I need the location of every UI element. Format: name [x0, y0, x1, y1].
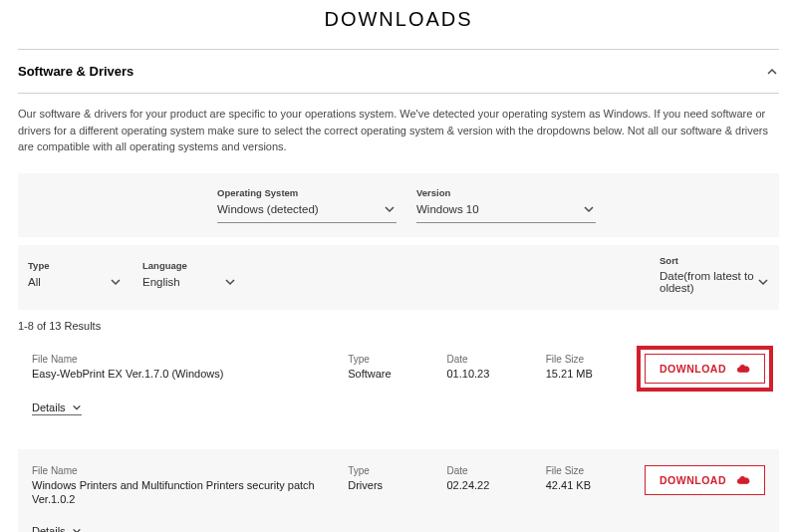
details-toggle[interactable]: Details [32, 401, 82, 415]
chevron-down-icon [757, 275, 769, 289]
os-value: Windows (detected) [217, 203, 319, 215]
details-label: Details [32, 401, 66, 413]
download-button[interactable]: DOWNLOAD [645, 465, 765, 495]
version-label: Version [416, 187, 596, 198]
chevron-up-icon [765, 65, 779, 79]
download-item: File Name Easy-WebPrint EX Ver.1.7.0 (Wi… [18, 338, 779, 431]
os-label: Operating System [217, 187, 397, 198]
type-value: Drivers [348, 478, 426, 493]
header-file-name: File Name [32, 465, 328, 476]
file-name-value: Easy-WebPrint EX Ver.1.7.0 (Windows) [32, 367, 328, 382]
language-select[interactable]: Language English [142, 260, 237, 295]
header-type: Type [348, 354, 426, 365]
file-name-value: Windows Printers and Multifunction Print… [32, 478, 328, 508]
os-version-bar: Operating System Windows (detected) Vers… [18, 173, 779, 237]
language-label: Language [142, 260, 237, 271]
sort-label: Sort [660, 255, 769, 266]
header-file-name: File Name [32, 354, 328, 365]
type-select[interactable]: Type All [28, 260, 123, 295]
download-button-label: DOWNLOAD [660, 474, 726, 486]
download-button-label: DOWNLOAD [660, 363, 726, 375]
chevron-down-icon [72, 526, 82, 532]
date-value: 01.10.23 [446, 367, 525, 382]
header-date: Date [446, 354, 525, 365]
header-size: File Size [546, 354, 625, 365]
details-toggle[interactable]: Details [32, 525, 82, 532]
accordion-title: Software & Drivers [18, 64, 133, 79]
chevron-down-icon [582, 202, 596, 216]
filter-bar: Type All Language English Sort Date(from… [18, 245, 779, 310]
accordion-software-drivers[interactable]: Software & Drivers [0, 50, 797, 93]
intro-text: Our software & drivers for your product … [0, 94, 797, 173]
date-value: 02.24.22 [446, 478, 525, 493]
sort-value: Date(from latest to oldest) [660, 270, 755, 294]
chevron-down-icon [109, 275, 123, 289]
cloud-download-icon [736, 473, 750, 487]
chevron-down-icon [223, 275, 237, 289]
version-select[interactable]: Version Windows 10 [416, 187, 596, 223]
type-label: Type [28, 260, 123, 271]
language-value: English [142, 276, 180, 288]
header-date: Date [446, 465, 525, 476]
header-size: File Size [546, 465, 625, 476]
page-title: DOWNLOADS [0, 0, 797, 49]
operating-system-select[interactable]: Operating System Windows (detected) [217, 187, 397, 223]
type-value: Software [348, 367, 426, 382]
download-button[interactable]: DOWNLOAD [645, 354, 765, 384]
type-value: All [28, 276, 41, 288]
version-value: Windows 10 [416, 203, 479, 215]
details-label: Details [32, 525, 66, 532]
size-value: 42.41 KB [546, 478, 625, 493]
results-count: 1-8 of 13 Results [0, 310, 797, 338]
size-value: 15.21 MB [546, 367, 625, 382]
cloud-download-icon [736, 362, 750, 376]
header-type: Type [348, 465, 426, 476]
chevron-down-icon [72, 402, 82, 412]
sort-select[interactable]: Sort Date(from latest to oldest) [660, 255, 769, 300]
download-item: File Name Windows Printers and Multifunc… [18, 449, 779, 533]
chevron-down-icon [383, 202, 397, 216]
